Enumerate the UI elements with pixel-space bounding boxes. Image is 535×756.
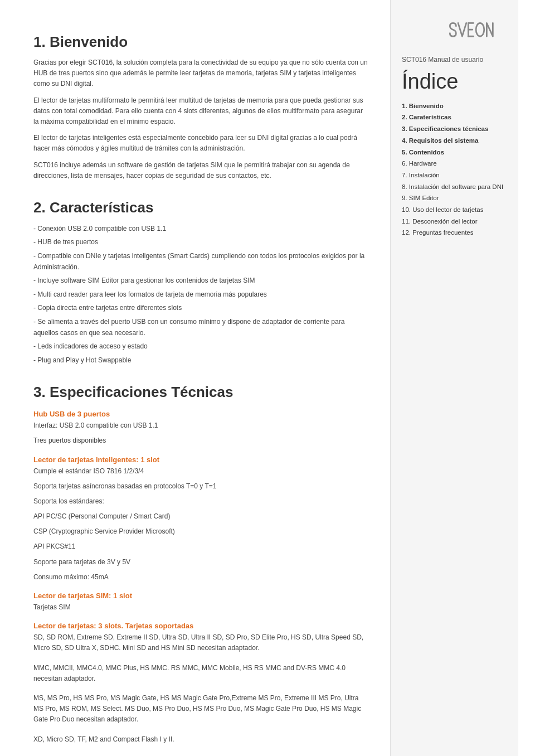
toc-item: 8. Instalación del software para DNI <box>402 181 507 193</box>
manual-title: SCT016 Manual de usuario <box>402 56 507 64</box>
list-item: - Incluye software SIM Editor para gesti… <box>33 275 368 286</box>
sidebar: SCT016 Manual de usuario Índice 1. Bienv… <box>390 0 518 756</box>
toc-item: 5. Contenidos <box>402 147 507 158</box>
subsection-title: Hub USB de 3 puertos <box>33 410 368 418</box>
spec-line: Interfaz: USB 2.0 compatible con USB 1.1 <box>33 420 368 431</box>
toc-item: 6. Hardware <box>402 158 507 169</box>
section-2-title: 2. Características <box>33 199 368 216</box>
toc-item: 10. Uso del lector de tarjetas <box>402 204 507 216</box>
section-3-title: 3. Especificaciones Técnicas <box>33 384 368 401</box>
toc-item: 9. SIM Editor <box>402 192 507 204</box>
section-1-p1: Gracias por elegir SCT016, la solución c… <box>33 57 368 90</box>
section-1-title: 1. Bienvenido <box>33 33 368 51</box>
list-item: - Compatible con DNIe y tarjetas intelig… <box>33 250 368 273</box>
sveon-logo <box>446 11 507 45</box>
subsection-title: Lector de tarjetas SIM: 1 slot <box>33 592 368 600</box>
toc-item: 12. Preguntas frecuentes <box>402 227 507 239</box>
spec-line: Tarjetas SIM <box>33 602 368 613</box>
table-of-contents: 1. Bienvenido2. Caraterísticas3. Especif… <box>402 100 507 239</box>
spec-line: XD, Micro SD, TF, M2 and Compact Flash I… <box>33 734 368 745</box>
toc-item: 1. Bienvenido <box>402 100 507 112</box>
main-content: 1. Bienvenido Gracias por elegir SCT016,… <box>0 0 390 756</box>
spec-line: Soporta los estándares: <box>33 496 368 507</box>
spec-line: Soporte para tarjetas de 3V y 5V <box>33 557 368 568</box>
list-item: - Se alimenta a través del puerto USB co… <box>33 316 368 339</box>
spec-line: SD, SD ROM, Extreme SD, Extreme II SD, U… <box>33 632 368 653</box>
list-item: - Copia directa entre tarjetas entre dif… <box>33 302 368 313</box>
spec-line: MMC, MMCII, MMC4.0, MMC Plus, HS MMC. RS… <box>33 663 368 684</box>
list-item: - Multi card reader para leer los format… <box>33 289 368 300</box>
spec-line: API PKCS#11 <box>33 541 368 552</box>
index-title: Índice <box>402 70 507 94</box>
toc-item: 7. Instalación <box>402 169 507 181</box>
spec-line: MS, MS Pro, HS MS Pro, MS Magic Gate, HS… <box>33 693 368 725</box>
spec-line: CSP (Cryptographic Service Provider Micr… <box>33 526 368 537</box>
logo-container <box>402 11 507 45</box>
section-3-subsections: Hub USB de 3 puertosInterfaz: USB 2.0 co… <box>33 410 368 745</box>
toc-item: 4. Requisitos del sistema <box>402 135 507 147</box>
spec-line: API PC/SC (Personal Computer / Smart Car… <box>33 511 368 522</box>
spec-line: Cumple el estándar ISO 7816 1/2/3/4 <box>33 466 368 477</box>
spec-line: Soporta tarjetas asíncronas basadas en p… <box>33 481 368 492</box>
list-item: - Conexión USB 2.0 compatible con USB 1.… <box>33 223 368 234</box>
section-1-p3: El lector de tarjetas inteligentes está … <box>33 133 368 154</box>
spec-line: Consumo máximo: 45mA <box>33 572 368 583</box>
toc-item: 2. Caraterísticas <box>402 112 507 123</box>
section-2-items: - Conexión USB 2.0 compatible con USB 1.… <box>33 223 368 366</box>
toc-item: 11. Desconexión del lector <box>402 216 507 227</box>
list-item: - Leds indicadores de acceso y estado <box>33 341 368 352</box>
spec-line: Tres puertos disponibles <box>33 435 368 446</box>
section-1-p2: El lector de tarjetas multiformato le pe… <box>33 95 368 128</box>
svg-point-0 <box>476 23 484 36</box>
subsection-title: Lector de tarjetas inteligentes: 1 slot <box>33 455 368 464</box>
subsection-title: Lector de tarjetas: 3 slots. Tarjetas so… <box>33 622 368 630</box>
section-1-p4: SCT016 incluye además un software de ges… <box>33 160 368 181</box>
list-item: - HUB de tres puertos <box>33 236 368 248</box>
toc-item: 3. Especificaciones técnicas <box>402 123 507 135</box>
list-item: - Plug and Play y Hot Swappable <box>33 355 368 366</box>
